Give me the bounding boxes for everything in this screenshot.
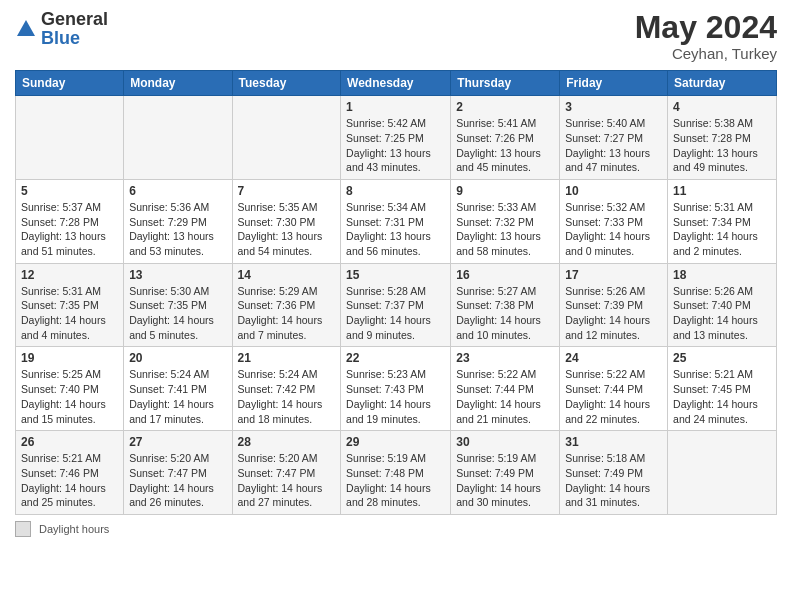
day-info: Sunrise: 5:34 AM Sunset: 7:31 PM Dayligh… [346, 200, 445, 259]
calendar-cell: 29Sunrise: 5:19 AM Sunset: 7:48 PM Dayli… [341, 431, 451, 515]
day-number: 22 [346, 351, 445, 365]
calendar-cell: 27Sunrise: 5:20 AM Sunset: 7:47 PM Dayli… [124, 431, 232, 515]
day-number: 29 [346, 435, 445, 449]
day-number: 13 [129, 268, 226, 282]
calendar-cell [668, 431, 777, 515]
calendar-week-4: 26Sunrise: 5:21 AM Sunset: 7:46 PM Dayli… [16, 431, 777, 515]
day-info: Sunrise: 5:25 AM Sunset: 7:40 PM Dayligh… [21, 367, 118, 426]
calendar-cell: 3Sunrise: 5:40 AM Sunset: 7:27 PM Daylig… [560, 96, 668, 180]
header: General Blue May 2024 Ceyhan, Turkey [15, 10, 777, 62]
calendar-cell: 30Sunrise: 5:19 AM Sunset: 7:49 PM Dayli… [451, 431, 560, 515]
day-number: 12 [21, 268, 118, 282]
calendar-cell [16, 96, 124, 180]
day-number: 3 [565, 100, 662, 114]
calendar-cell: 20Sunrise: 5:24 AM Sunset: 7:41 PM Dayli… [124, 347, 232, 431]
calendar-cell: 21Sunrise: 5:24 AM Sunset: 7:42 PM Dayli… [232, 347, 341, 431]
day-number: 19 [21, 351, 118, 365]
day-info: Sunrise: 5:24 AM Sunset: 7:42 PM Dayligh… [238, 367, 336, 426]
day-number: 26 [21, 435, 118, 449]
calendar-cell: 17Sunrise: 5:26 AM Sunset: 7:39 PM Dayli… [560, 263, 668, 347]
day-number: 14 [238, 268, 336, 282]
logo-icon [15, 18, 37, 40]
calendar-cell: 25Sunrise: 5:21 AM Sunset: 7:45 PM Dayli… [668, 347, 777, 431]
calendar-cell: 5Sunrise: 5:37 AM Sunset: 7:28 PM Daylig… [16, 179, 124, 263]
day-number: 25 [673, 351, 771, 365]
day-info: Sunrise: 5:19 AM Sunset: 7:49 PM Dayligh… [456, 451, 554, 510]
calendar-cell: 18Sunrise: 5:26 AM Sunset: 7:40 PM Dayli… [668, 263, 777, 347]
day-number: 28 [238, 435, 336, 449]
day-info: Sunrise: 5:26 AM Sunset: 7:40 PM Dayligh… [673, 284, 771, 343]
calendar-subtitle: Ceyhan, Turkey [635, 45, 777, 62]
day-number: 7 [238, 184, 336, 198]
calendar-cell: 22Sunrise: 5:23 AM Sunset: 7:43 PM Dayli… [341, 347, 451, 431]
calendar-week-1: 5Sunrise: 5:37 AM Sunset: 7:28 PM Daylig… [16, 179, 777, 263]
title-section: May 2024 Ceyhan, Turkey [635, 10, 777, 62]
day-header-saturday: Saturday [668, 71, 777, 96]
day-info: Sunrise: 5:38 AM Sunset: 7:28 PM Dayligh… [673, 116, 771, 175]
page: General Blue May 2024 Ceyhan, Turkey Sun… [0, 0, 792, 612]
day-number: 15 [346, 268, 445, 282]
calendar-cell: 14Sunrise: 5:29 AM Sunset: 7:36 PM Dayli… [232, 263, 341, 347]
day-number: 18 [673, 268, 771, 282]
day-header-tuesday: Tuesday [232, 71, 341, 96]
day-info: Sunrise: 5:35 AM Sunset: 7:30 PM Dayligh… [238, 200, 336, 259]
calendar-cell: 13Sunrise: 5:30 AM Sunset: 7:35 PM Dayli… [124, 263, 232, 347]
day-info: Sunrise: 5:22 AM Sunset: 7:44 PM Dayligh… [456, 367, 554, 426]
calendar-cell: 11Sunrise: 5:31 AM Sunset: 7:34 PM Dayli… [668, 179, 777, 263]
calendar-cell [124, 96, 232, 180]
calendar-cell: 6Sunrise: 5:36 AM Sunset: 7:29 PM Daylig… [124, 179, 232, 263]
day-info: Sunrise: 5:21 AM Sunset: 7:45 PM Dayligh… [673, 367, 771, 426]
day-number: 4 [673, 100, 771, 114]
day-number: 27 [129, 435, 226, 449]
day-info: Sunrise: 5:30 AM Sunset: 7:35 PM Dayligh… [129, 284, 226, 343]
day-number: 17 [565, 268, 662, 282]
day-info: Sunrise: 5:29 AM Sunset: 7:36 PM Dayligh… [238, 284, 336, 343]
day-info: Sunrise: 5:33 AM Sunset: 7:32 PM Dayligh… [456, 200, 554, 259]
day-header-sunday: Sunday [16, 71, 124, 96]
calendar-cell: 16Sunrise: 5:27 AM Sunset: 7:38 PM Dayli… [451, 263, 560, 347]
calendar-cell: 9Sunrise: 5:33 AM Sunset: 7:32 PM Daylig… [451, 179, 560, 263]
day-header-monday: Monday [124, 71, 232, 96]
day-info: Sunrise: 5:20 AM Sunset: 7:47 PM Dayligh… [238, 451, 336, 510]
calendar-table: SundayMondayTuesdayWednesdayThursdayFrid… [15, 70, 777, 515]
calendar-cell: 10Sunrise: 5:32 AM Sunset: 7:33 PM Dayli… [560, 179, 668, 263]
footer: Daylight hours [15, 521, 777, 537]
calendar-week-0: 1Sunrise: 5:42 AM Sunset: 7:25 PM Daylig… [16, 96, 777, 180]
calendar-cell: 23Sunrise: 5:22 AM Sunset: 7:44 PM Dayli… [451, 347, 560, 431]
day-info: Sunrise: 5:27 AM Sunset: 7:38 PM Dayligh… [456, 284, 554, 343]
day-info: Sunrise: 5:31 AM Sunset: 7:35 PM Dayligh… [21, 284, 118, 343]
day-info: Sunrise: 5:23 AM Sunset: 7:43 PM Dayligh… [346, 367, 445, 426]
day-info: Sunrise: 5:41 AM Sunset: 7:26 PM Dayligh… [456, 116, 554, 175]
calendar-cell [232, 96, 341, 180]
day-number: 5 [21, 184, 118, 198]
day-number: 31 [565, 435, 662, 449]
day-info: Sunrise: 5:19 AM Sunset: 7:48 PM Dayligh… [346, 451, 445, 510]
logo: General Blue [15, 10, 108, 48]
day-number: 10 [565, 184, 662, 198]
day-info: Sunrise: 5:24 AM Sunset: 7:41 PM Dayligh… [129, 367, 226, 426]
day-info: Sunrise: 5:36 AM Sunset: 7:29 PM Dayligh… [129, 200, 226, 259]
svg-marker-0 [17, 20, 35, 36]
day-info: Sunrise: 5:21 AM Sunset: 7:46 PM Dayligh… [21, 451, 118, 510]
calendar-week-2: 12Sunrise: 5:31 AM Sunset: 7:35 PM Dayli… [16, 263, 777, 347]
calendar-cell: 2Sunrise: 5:41 AM Sunset: 7:26 PM Daylig… [451, 96, 560, 180]
day-number: 30 [456, 435, 554, 449]
day-number: 2 [456, 100, 554, 114]
footer-label: Daylight hours [39, 523, 109, 535]
calendar-week-3: 19Sunrise: 5:25 AM Sunset: 7:40 PM Dayli… [16, 347, 777, 431]
day-info: Sunrise: 5:26 AM Sunset: 7:39 PM Dayligh… [565, 284, 662, 343]
calendar-title: May 2024 [635, 10, 777, 45]
calendar-cell: 31Sunrise: 5:18 AM Sunset: 7:49 PM Dayli… [560, 431, 668, 515]
day-info: Sunrise: 5:40 AM Sunset: 7:27 PM Dayligh… [565, 116, 662, 175]
day-number: 21 [238, 351, 336, 365]
calendar-cell: 24Sunrise: 5:22 AM Sunset: 7:44 PM Dayli… [560, 347, 668, 431]
calendar-cell: 15Sunrise: 5:28 AM Sunset: 7:37 PM Dayli… [341, 263, 451, 347]
day-number: 23 [456, 351, 554, 365]
day-info: Sunrise: 5:28 AM Sunset: 7:37 PM Dayligh… [346, 284, 445, 343]
calendar-cell: 12Sunrise: 5:31 AM Sunset: 7:35 PM Dayli… [16, 263, 124, 347]
logo-text: General Blue [41, 10, 108, 48]
calendar-cell: 26Sunrise: 5:21 AM Sunset: 7:46 PM Dayli… [16, 431, 124, 515]
day-number: 8 [346, 184, 445, 198]
logo-blue: Blue [41, 28, 80, 48]
day-number: 6 [129, 184, 226, 198]
